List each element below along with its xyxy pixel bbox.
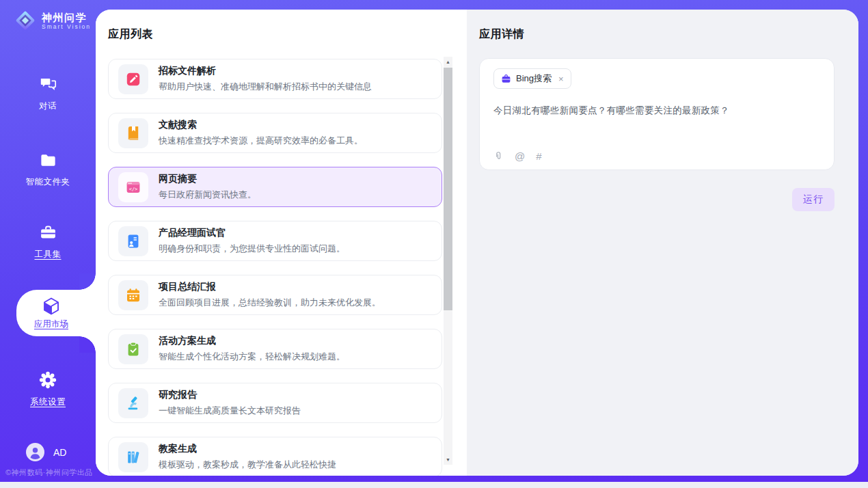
diamond-logo-icon: [14, 9, 37, 32]
toolbox-icon: [39, 223, 57, 242]
app-frame: 神州问学 Smart Vision 对话 智能文件夹 工具集: [0, 0, 868, 482]
chip-close-icon[interactable]: ×: [558, 74, 564, 83]
run-row: 运行: [479, 188, 835, 211]
app-card-name: 文献搜索: [159, 119, 363, 131]
app-card-research-report[interactable]: 研究报告 一键智能生成高质量长文本研究报告: [108, 383, 442, 423]
sidebar-item-label: 智能文件夹: [0, 176, 96, 188]
app-list-panel: 应用列表 招标文件解析 帮助用户快速、准确地理解和解析招标书中的关键信息: [96, 10, 467, 476]
user-account[interactable]: AD: [26, 443, 66, 461]
app-card-desc: 帮助用户快速、准确地理解和解析招标书中的关键信息: [159, 81, 372, 93]
app-card-desc: 智能生成个性化活动方案，轻松解决规划难题。: [159, 351, 345, 363]
copyright-footer: ©神州数码·神州问学出品: [5, 467, 93, 478]
app-detail-title: 应用详情: [479, 27, 835, 42]
sidebar-item-settings[interactable]: 系统设置: [0, 370, 96, 408]
app-card-name: 招标文件解析: [159, 65, 372, 77]
scroll-up-button[interactable]: ▲: [444, 57, 452, 67]
sidebar-item-label: 对话: [0, 100, 96, 112]
prompt-editor[interactable]: Bing搜索 × 今日湖北有哪些新闻要点？有哪些需要关注的最新政策？ @ #: [479, 58, 835, 170]
app-card-desc: 模板驱动，教案秒成，教学准备从此轻松快捷: [159, 459, 336, 471]
app-card-desc: 全面回顾项目进展，总结经验教训，助力未来优化发展。: [159, 297, 381, 309]
scrollbar-thumb[interactable]: [444, 68, 452, 310]
app-card-name: 产品经理面试官: [159, 227, 345, 239]
paperclip-icon[interactable]: [493, 150, 504, 162]
app-card-pm-interviewer[interactable]: 产品经理面试官 明确身份和职责，为您提供专业性的面试问题。: [108, 221, 442, 261]
brand-tagline: Smart Vision: [42, 23, 91, 30]
cube-icon: [41, 296, 62, 316]
app-card-desc: 每日政府新闻资讯快查。: [159, 189, 256, 201]
app-card-event-plan[interactable]: 活动方案生成 智能生成个性化活动方案，轻松解决规划难题。: [108, 329, 442, 369]
scroll-down-button[interactable]: ▼: [444, 455, 452, 465]
app-card-name: 研究报告: [159, 389, 301, 401]
tool-chip-bing-search[interactable]: Bing搜索 ×: [493, 68, 571, 89]
sidebar-item-toolset[interactable]: 工具集: [0, 223, 96, 260]
sidebar-item-label: 工具集: [0, 249, 96, 260]
brand-name: 神州问学: [42, 12, 91, 23]
sidebar-item-app-market[interactable]: 应用市场: [16, 290, 96, 336]
sidebar: 神州问学 Smart Vision 对话 智能文件夹 工具集: [0, 0, 96, 482]
mention-at-icon[interactable]: @: [515, 151, 525, 161]
svg-text:</>: </>: [129, 186, 138, 191]
app-card-desc: 明确身份和职责，为您提供专业性的面试问题。: [159, 243, 345, 255]
app-card-name: 项目总结汇报: [159, 281, 381, 293]
prompt-text-input[interactable]: 今日湖北有哪些新闻要点？有哪些需要关注的最新政策？: [493, 105, 820, 117]
run-button[interactable]: 运行: [792, 188, 835, 211]
books-icon: [118, 442, 148, 472]
app-detail-panel: 应用详情 Bing搜索 × 今日湖北有哪些新闻要点？有哪些需要关注的最新政策？: [467, 10, 858, 476]
app-list-scrollbar[interactable]: ▲ ▼: [444, 57, 452, 465]
clipboard-check-icon: [118, 334, 148, 364]
brand-logo: 神州问学 Smart Vision: [14, 9, 91, 32]
sidebar-item-smart-folder[interactable]: 智能文件夹: [0, 151, 96, 188]
sidebar-item-label: 应用市场: [34, 318, 68, 330]
app-card-bid-analysis[interactable]: 招标文件解析 帮助用户快速、准确地理解和解析招标书中的关键信息: [108, 59, 442, 99]
sidebar-item-label: 系统设置: [0, 396, 96, 408]
briefcase-icon: [501, 74, 511, 84]
browser-code-icon: </>: [118, 172, 148, 202]
app-card-web-summary[interactable]: </> 网页摘要 每日政府新闻资讯快查。: [108, 167, 442, 207]
main-content: 应用列表 招标文件解析 帮助用户快速、准确地理解和解析招标书中的关键信息: [96, 10, 858, 476]
folder-icon: [39, 151, 57, 170]
app-card-desc: 快速精准查找学术资源，提高研究效率的必备工具。: [159, 135, 363, 147]
edit-square-icon: [118, 64, 148, 94]
interview-doc-icon: [118, 226, 148, 256]
gear-icon: [38, 370, 57, 390]
avatar: [26, 443, 44, 461]
composer-toolbar: @ #: [493, 150, 542, 162]
app-card-name: 网页摘要: [159, 173, 256, 185]
calendar-report-icon: [118, 280, 148, 310]
microscope-icon: [118, 388, 148, 418]
app-card-literature-search[interactable]: 文献搜索 快速精准查找学术资源，提高研究效率的必备工具。: [108, 113, 442, 153]
app-card-lesson-plan[interactable]: 教案生成 模板驱动，教案秒成，教学准备从此轻松快捷: [108, 437, 442, 476]
user-label: AD: [53, 447, 66, 458]
app-card-project-summary[interactable]: 项目总结汇报 全面回顾项目进展，总结经验教训，助力未来优化发展。: [108, 275, 442, 315]
app-card-desc: 一键智能生成高质量长文本研究报告: [159, 405, 301, 417]
hash-icon[interactable]: #: [536, 151, 541, 161]
book-icon: [118, 118, 148, 148]
app-card-name: 活动方案生成: [159, 335, 345, 347]
app-list-title: 应用列表: [108, 27, 467, 42]
tool-chip-label: Bing搜索: [516, 72, 552, 85]
sidebar-item-chat[interactable]: 对话: [0, 75, 96, 112]
app-card-name: 教案生成: [159, 443, 336, 455]
chat-icon: [39, 75, 57, 94]
